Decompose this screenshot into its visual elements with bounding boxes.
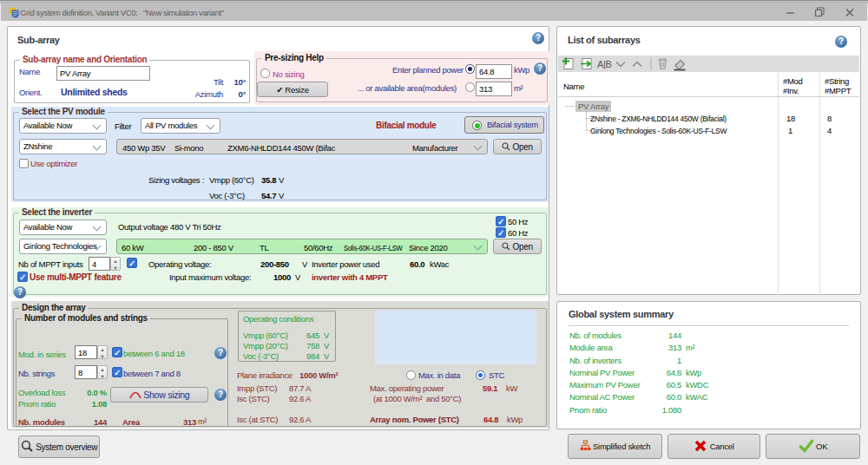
svg-text:A|B: A|B xyxy=(597,59,612,69)
